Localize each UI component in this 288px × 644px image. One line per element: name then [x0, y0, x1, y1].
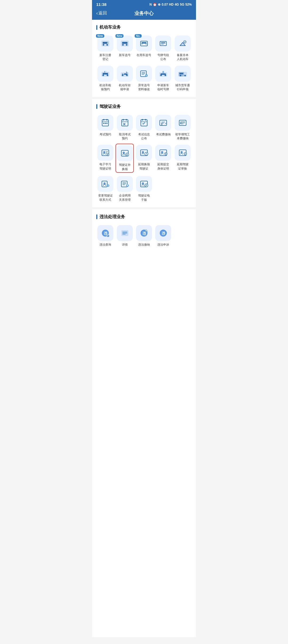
svg-point-74 [108, 187, 108, 187]
label-enterprise: 企业聘用关系管理 [119, 194, 131, 202]
label-e-version: 驾驶证电子版 [138, 194, 150, 202]
svg-point-79 [142, 182, 144, 184]
svg-point-35 [180, 75, 181, 76]
icon-exam-info [136, 115, 152, 131]
grid-item-plate-segment[interactable]: 号牌号段公布 [154, 34, 172, 62]
grid-item-change-contact[interactable]: 变更驾驶证联系方式 [96, 175, 114, 203]
back-chevron: ‹ [96, 10, 98, 16]
grid-item-new-car-register[interactable]: New 新车注册登记 [96, 34, 114, 62]
grid-item-transfer[interactable]: 转 机动车转籍申请 [115, 65, 134, 93]
label-used-car-select: 在用车选号 [137, 53, 151, 57]
label-violation-detail: 详情 [122, 243, 128, 247]
svg-text:转: 转 [122, 73, 125, 75]
icon-extend-audit [175, 145, 191, 161]
label-abnormal: 异常选号资料修改 [138, 83, 150, 92]
grid-item-exam-appoint[interactable]: 考试预约 [96, 114, 114, 142]
status-icons: N ⏰ ⊕ 0.07 HD 4G 5G 52% [150, 3, 192, 6]
svg-point-36 [184, 75, 186, 76]
grid-item-license-reissue[interactable]: $ 驾驶证补换领 [115, 144, 134, 173]
icon-record-others [175, 36, 191, 52]
license-title-text: 驾驶证业务 [99, 104, 121, 109]
svg-rect-47 [141, 120, 147, 126]
grid-item-violation-query[interactable]: 违 违法查询 [96, 224, 114, 248]
grid-item-cancel-exam[interactable]: 取消考试预约 [115, 114, 134, 142]
grid-item-extend-body[interactable]: 延期提交身体证明 [154, 144, 172, 173]
grid-item-inspection[interactable]: 预 机动车检验预约 [96, 65, 114, 93]
grid-item-exam-fee[interactable]: ¥ 考试费缴纳 [154, 114, 172, 142]
svg-point-59 [123, 152, 125, 154]
data-speed: 0.07 [162, 3, 168, 6]
grid-item-new-car-select[interactable]: New 新车选号 [115, 34, 134, 62]
label-extend-body: 延期提交身体证明 [157, 162, 169, 171]
svg-rect-45 [123, 119, 124, 120]
svg-rect-8 [122, 42, 127, 44]
license-grid-3: 变更驾驶证联系方式 企业聘用关系管理 [96, 175, 192, 203]
icon-used-car-select: No. [136, 36, 152, 52]
signal-4g: 4G [175, 3, 179, 6]
svg-rect-37 [179, 73, 183, 74]
grid-item-enterprise[interactable]: 企业聘用关系管理 [115, 175, 134, 203]
svg-point-6 [122, 44, 124, 46]
grid-item-record-others[interactable]: 备案非本人机动车 [174, 34, 192, 62]
label-plate-segment: 号牌号段公布 [157, 53, 169, 61]
icon-new-car-select: New [117, 36, 133, 52]
label-new-car-register: 新车注册登记 [99, 53, 111, 61]
svg-rect-43 [106, 123, 107, 124]
alarm-icon: ⏰ [153, 3, 157, 6]
back-button[interactable]: ‹ 返回 [96, 10, 107, 16]
grid-item-extend-audit[interactable]: 延期驾驶证审验 [174, 144, 192, 173]
svg-text:¥: ¥ [161, 123, 163, 126]
license-grid-1: 考试预约 取消考试预约 [96, 114, 192, 142]
label-license-reissue: 驾驶证补换领 [119, 163, 131, 171]
divider-1 [92, 97, 196, 99]
grid-item-violation-detail[interactable]: 详情 [115, 224, 134, 248]
grid-item-e-license[interactable]: E 电子学习驾驶证明 [96, 144, 114, 173]
svg-rect-31 [161, 73, 166, 75]
icon-inspection: 预 [97, 66, 113, 82]
grid-item-violation-appeal[interactable]: 违 违法申诉 [154, 224, 172, 248]
label-change-contact: 变更驾驶证联系方式 [98, 194, 113, 202]
status-bar: 11:38 N ⏰ ⊕ 0.07 HD 4G 5G 52% [92, 0, 196, 8]
header: ‹ 返回 业务中心 [92, 8, 196, 20]
svg-rect-46 [126, 119, 127, 120]
hd-icon: HD [169, 3, 174, 6]
title-bar-license [96, 104, 97, 109]
grid-item-exam-info[interactable]: 考试信息公布 [135, 114, 153, 142]
svg-rect-12 [161, 42, 165, 43]
label-exam-fee: 考试费缴纳 [156, 132, 171, 136]
icon-enterprise [117, 176, 133, 192]
label-extend-audit: 延期驾驶证审验 [177, 162, 189, 171]
grid-item-extend-license[interactable]: 延期换领驾驶证 [135, 144, 153, 173]
svg-point-63 [142, 151, 144, 153]
icon-extend-body [155, 145, 171, 161]
label-freight: 城市货车通行码申领 [175, 83, 190, 92]
icon-temp-plate [155, 66, 171, 82]
label-inspection: 机动车检验预约 [99, 83, 111, 92]
svg-point-7 [126, 44, 127, 46]
grid-item-freight[interactable]: 城市货车通行码申领 [174, 65, 192, 93]
grid-item-initial-fee[interactable]: ¥ 初学增驾工本费缴纳 [174, 114, 192, 142]
bluetooth-icon: ⊕ [158, 3, 161, 6]
section-title-motor: 机动车业务 [96, 25, 192, 30]
icon-violation-detail [117, 225, 133, 241]
icon-extend-license [136, 145, 152, 161]
nfc-icon: N [150, 3, 152, 6]
svg-text:$: $ [126, 154, 128, 156]
svg-point-2 [106, 44, 108, 46]
status-time: 11:38 [96, 2, 106, 7]
svg-text:¥: ¥ [180, 122, 181, 124]
grid-item-abnormal[interactable]: 异常选号资料修改 [135, 65, 153, 93]
badge-new-1: New [96, 34, 105, 38]
grid-item-e-version[interactable]: 驾驶证电子版 [135, 175, 153, 203]
grid-item-temp-plate[interactable]: 申请新车临时号牌 [154, 65, 172, 93]
grid-item-violation-pay[interactable]: 违 违法缴纳 [135, 224, 153, 248]
label-new-car-select: 新车选号 [119, 53, 131, 57]
icon-abnormal [136, 66, 152, 82]
svg-point-17 [107, 74, 108, 76]
icon-new-car-register: New [97, 36, 113, 52]
signal-5g: 5G [180, 3, 184, 6]
svg-text:违: 违 [142, 231, 146, 235]
label-exam-info: 考试信息公布 [138, 132, 150, 141]
grid-item-used-car-select[interactable]: No. 在用车选号 [135, 34, 153, 62]
motor-grid: New 新车注册登记 New [96, 34, 192, 93]
